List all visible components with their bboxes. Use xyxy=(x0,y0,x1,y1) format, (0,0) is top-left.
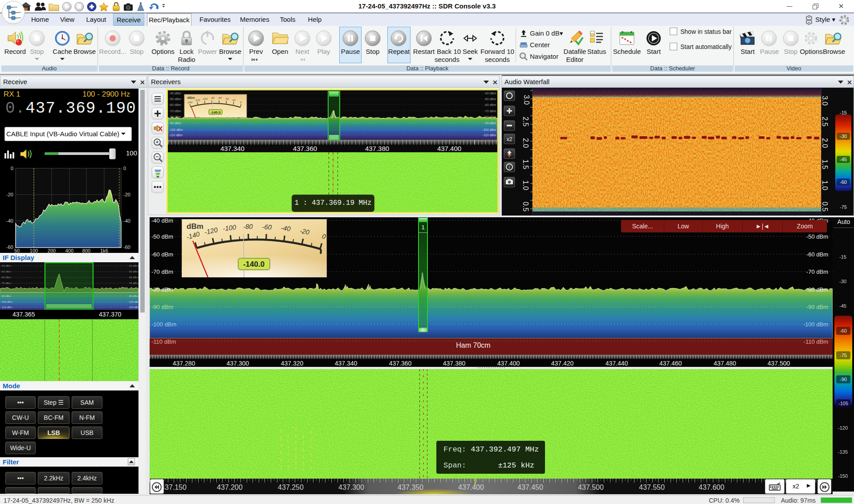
svg-text:-50 dBm: -50 dBm xyxy=(484,98,496,101)
svg-text:-40 dBm: -40 dBm xyxy=(128,264,138,267)
svg-text:0: 0 xyxy=(123,166,126,171)
svg-text:-20: -20 xyxy=(232,99,236,102)
svg-text:2.5: 2.5 xyxy=(821,117,829,126)
svg-text:dBm: dBm xyxy=(187,96,195,100)
svg-text:1.5: 1.5 xyxy=(522,159,529,169)
svg-text:-50 dBm: -50 dBm xyxy=(151,233,173,240)
svg-text:200: 200 xyxy=(48,248,56,253)
svg-text:-40: -40 xyxy=(6,218,13,224)
svg-text:-100 dBm: -100 dBm xyxy=(151,321,176,328)
svg-text:-140.0: -140.0 xyxy=(243,260,264,268)
svg-text:-70 dBm: -70 dBm xyxy=(806,268,828,275)
svg-text:x2: x2 xyxy=(507,136,512,142)
svg-text:-100 dBm: -100 dBm xyxy=(1,301,12,303)
svg-text:-140.0: -140.0 xyxy=(211,110,221,114)
svg-text:-80 dBm: -80 dBm xyxy=(806,286,828,293)
svg-text:-60: -60 xyxy=(123,244,130,250)
svg-text:-40 dBm: -40 dBm xyxy=(1,264,11,267)
svg-text:Ham 70cm: Ham 70cm xyxy=(456,341,490,349)
svg-text:-70 dBm: -70 dBm xyxy=(128,282,138,285)
svg-text:-60: -60 xyxy=(262,223,272,231)
svg-text:-80: -80 xyxy=(243,223,253,231)
svg-text:0: 0 xyxy=(11,166,13,171)
svg-text:-90 dBm: -90 dBm xyxy=(169,122,181,125)
svg-text:-60 dBm: -60 dBm xyxy=(1,276,11,279)
svg-text:3.0: 3.0 xyxy=(821,96,829,106)
svg-text:-40 dBm: -40 dBm xyxy=(484,92,496,95)
svg-text:800: 800 xyxy=(82,248,90,253)
svg-text:2.0: 2.0 xyxy=(821,138,829,148)
svg-text:100: 100 xyxy=(30,248,38,253)
svg-text:50: 50 xyxy=(14,248,20,253)
svg-text:0.5: 0.5 xyxy=(522,202,529,211)
svg-text:1.0: 1.0 xyxy=(522,180,529,190)
svg-text:-100: -100 xyxy=(202,98,208,100)
svg-text:3.0: 3.0 xyxy=(523,95,530,105)
svg-text:-20: -20 xyxy=(123,192,130,197)
svg-text:1.5: 1.5 xyxy=(821,159,829,169)
svg-text:-60 dBm: -60 dBm xyxy=(128,276,138,279)
svg-text:-50 dBm: -50 dBm xyxy=(806,233,828,240)
svg-text:-110 dBm: -110 dBm xyxy=(804,338,828,345)
svg-text:-110 dBm: -110 dBm xyxy=(483,134,496,137)
svg-text:-90 dBm: -90 dBm xyxy=(151,304,173,310)
svg-text:-40 dBm: -40 dBm xyxy=(151,217,173,224)
svg-text:2.5: 2.5 xyxy=(522,117,529,126)
svg-text:2.0: 2.0 xyxy=(522,138,529,148)
svg-text:-60 dBm: -60 dBm xyxy=(151,251,173,258)
svg-text:1.0: 1.0 xyxy=(821,180,829,190)
svg-text:-120: -120 xyxy=(195,99,200,102)
svg-text:-80 dBm: -80 dBm xyxy=(151,286,173,293)
svg-text:-90 dBm: -90 dBm xyxy=(484,122,496,125)
svg-text:-40 dBm: -40 dBm xyxy=(169,92,181,95)
svg-text:-70 dBm: -70 dBm xyxy=(484,110,496,113)
svg-text:-50 dBm: -50 dBm xyxy=(1,270,11,273)
svg-text:-70 dBm: -70 dBm xyxy=(151,268,173,275)
svg-text:-70 dBm: -70 dBm xyxy=(169,110,181,113)
svg-text:-50 dBm: -50 dBm xyxy=(128,270,138,273)
svg-text:-80: -80 xyxy=(211,97,215,99)
svg-text:-60 dBm: -60 dBm xyxy=(806,251,828,258)
svg-text:400: 400 xyxy=(65,248,73,253)
svg-text:-40: -40 xyxy=(281,224,291,233)
svg-text:-110 dBm: -110 dBm xyxy=(1,306,12,309)
svg-text:-90 dBm: -90 dBm xyxy=(1,295,11,297)
svg-text:-60: -60 xyxy=(6,244,13,250)
svg-text:-110 dBm: -110 dBm xyxy=(151,338,176,345)
svg-text:-110 dBm: -110 dBm xyxy=(169,134,183,137)
svg-text:-90 dBm: -90 dBm xyxy=(128,295,138,297)
svg-text:dBm: dBm xyxy=(187,222,203,231)
svg-text:-110 dBm: -110 dBm xyxy=(128,306,138,309)
svg-text:0.5: 0.5 xyxy=(821,202,829,211)
svg-text:-40: -40 xyxy=(225,98,229,100)
svg-text:i: i xyxy=(509,165,510,170)
svg-text:-60 dBm: -60 dBm xyxy=(484,103,496,106)
svg-text:-90 dBm: -90 dBm xyxy=(806,304,828,310)
svg-text:-20: -20 xyxy=(6,192,13,197)
svg-text:-60: -60 xyxy=(218,97,222,99)
svg-text:-70 dBm: -70 dBm xyxy=(1,282,11,285)
svg-text:-60 dBm: -60 dBm xyxy=(169,103,181,106)
svg-text:-50 dBm: -50 dBm xyxy=(169,98,181,101)
svg-text:-140: -140 xyxy=(187,101,193,104)
svg-text:-100 dBm: -100 dBm xyxy=(169,128,183,131)
svg-text:-100 dBm: -100 dBm xyxy=(128,301,138,303)
svg-text:-100 dBm: -100 dBm xyxy=(483,128,496,131)
svg-text:1k6: 1k6 xyxy=(100,248,108,253)
svg-text:-100 dBm: -100 dBm xyxy=(803,321,828,328)
svg-text:-40: -40 xyxy=(123,218,130,224)
